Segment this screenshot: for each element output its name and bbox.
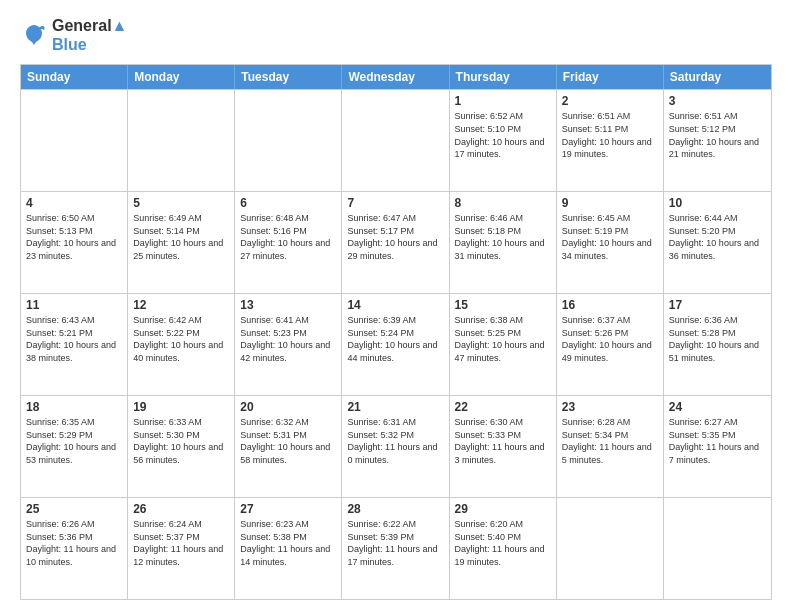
- cell-day-number: 3: [669, 94, 766, 108]
- calendar-cell: 18Sunrise: 6:35 AM Sunset: 5:29 PM Dayli…: [21, 396, 128, 497]
- cell-daylight-info: Sunrise: 6:20 AM Sunset: 5:40 PM Dayligh…: [455, 518, 551, 568]
- cell-day-number: 7: [347, 196, 443, 210]
- calendar-week-0: 1Sunrise: 6:52 AM Sunset: 5:10 PM Daylig…: [21, 89, 771, 191]
- cell-day-number: 1: [455, 94, 551, 108]
- cell-day-number: 6: [240, 196, 336, 210]
- cell-day-number: 16: [562, 298, 658, 312]
- cell-daylight-info: Sunrise: 6:27 AM Sunset: 5:35 PM Dayligh…: [669, 416, 766, 466]
- cell-daylight-info: Sunrise: 6:48 AM Sunset: 5:16 PM Dayligh…: [240, 212, 336, 262]
- calendar-cell: 22Sunrise: 6:30 AM Sunset: 5:33 PM Dayli…: [450, 396, 557, 497]
- header-cell-friday: Friday: [557, 65, 664, 89]
- calendar-cell: 29Sunrise: 6:20 AM Sunset: 5:40 PM Dayli…: [450, 498, 557, 599]
- calendar-cell: 19Sunrise: 6:33 AM Sunset: 5:30 PM Dayli…: [128, 396, 235, 497]
- cell-daylight-info: Sunrise: 6:33 AM Sunset: 5:30 PM Dayligh…: [133, 416, 229, 466]
- calendar-cell: 4Sunrise: 6:50 AM Sunset: 5:13 PM Daylig…: [21, 192, 128, 293]
- calendar-cell: [235, 90, 342, 191]
- header-cell-monday: Monday: [128, 65, 235, 89]
- cell-daylight-info: Sunrise: 6:35 AM Sunset: 5:29 PM Dayligh…: [26, 416, 122, 466]
- cell-day-number: 2: [562, 94, 658, 108]
- cell-daylight-info: Sunrise: 6:39 AM Sunset: 5:24 PM Dayligh…: [347, 314, 443, 364]
- cell-daylight-info: Sunrise: 6:51 AM Sunset: 5:11 PM Dayligh…: [562, 110, 658, 160]
- cell-day-number: 24: [669, 400, 766, 414]
- logo-icon: [20, 21, 48, 49]
- calendar-cell: 11Sunrise: 6:43 AM Sunset: 5:21 PM Dayli…: [21, 294, 128, 395]
- calendar-cell: 17Sunrise: 6:36 AM Sunset: 5:28 PM Dayli…: [664, 294, 771, 395]
- logo: General▲ Blue: [20, 16, 127, 54]
- cell-daylight-info: Sunrise: 6:51 AM Sunset: 5:12 PM Dayligh…: [669, 110, 766, 160]
- calendar-cell: 23Sunrise: 6:28 AM Sunset: 5:34 PM Dayli…: [557, 396, 664, 497]
- cell-daylight-info: Sunrise: 6:50 AM Sunset: 5:13 PM Dayligh…: [26, 212, 122, 262]
- calendar-cell: 24Sunrise: 6:27 AM Sunset: 5:35 PM Dayli…: [664, 396, 771, 497]
- cell-day-number: 11: [26, 298, 122, 312]
- cell-day-number: 17: [669, 298, 766, 312]
- calendar-cell: 13Sunrise: 6:41 AM Sunset: 5:23 PM Dayli…: [235, 294, 342, 395]
- calendar-week-1: 4Sunrise: 6:50 AM Sunset: 5:13 PM Daylig…: [21, 191, 771, 293]
- calendar-cell: 16Sunrise: 6:37 AM Sunset: 5:26 PM Dayli…: [557, 294, 664, 395]
- calendar-cell: 28Sunrise: 6:22 AM Sunset: 5:39 PM Dayli…: [342, 498, 449, 599]
- header: General▲ Blue: [20, 16, 772, 54]
- calendar-cell: 5Sunrise: 6:49 AM Sunset: 5:14 PM Daylig…: [128, 192, 235, 293]
- cell-day-number: 10: [669, 196, 766, 210]
- cell-daylight-info: Sunrise: 6:46 AM Sunset: 5:18 PM Dayligh…: [455, 212, 551, 262]
- cell-daylight-info: Sunrise: 6:32 AM Sunset: 5:31 PM Dayligh…: [240, 416, 336, 466]
- cell-day-number: 23: [562, 400, 658, 414]
- calendar-cell: [664, 498, 771, 599]
- cell-day-number: 26: [133, 502, 229, 516]
- cell-daylight-info: Sunrise: 6:38 AM Sunset: 5:25 PM Dayligh…: [455, 314, 551, 364]
- cell-daylight-info: Sunrise: 6:45 AM Sunset: 5:19 PM Dayligh…: [562, 212, 658, 262]
- calendar: SundayMondayTuesdayWednesdayThursdayFrid…: [20, 64, 772, 600]
- calendar-cell: 9Sunrise: 6:45 AM Sunset: 5:19 PM Daylig…: [557, 192, 664, 293]
- calendar-cell: 3Sunrise: 6:51 AM Sunset: 5:12 PM Daylig…: [664, 90, 771, 191]
- calendar-cell: 12Sunrise: 6:42 AM Sunset: 5:22 PM Dayli…: [128, 294, 235, 395]
- calendar-cell: 2Sunrise: 6:51 AM Sunset: 5:11 PM Daylig…: [557, 90, 664, 191]
- cell-daylight-info: Sunrise: 6:44 AM Sunset: 5:20 PM Dayligh…: [669, 212, 766, 262]
- cell-day-number: 5: [133, 196, 229, 210]
- cell-daylight-info: Sunrise: 6:36 AM Sunset: 5:28 PM Dayligh…: [669, 314, 766, 364]
- cell-daylight-info: Sunrise: 6:37 AM Sunset: 5:26 PM Dayligh…: [562, 314, 658, 364]
- calendar-cell: 26Sunrise: 6:24 AM Sunset: 5:37 PM Dayli…: [128, 498, 235, 599]
- calendar-body: 1Sunrise: 6:52 AM Sunset: 5:10 PM Daylig…: [21, 89, 771, 599]
- cell-day-number: 8: [455, 196, 551, 210]
- cell-day-number: 27: [240, 502, 336, 516]
- cell-daylight-info: Sunrise: 6:23 AM Sunset: 5:38 PM Dayligh…: [240, 518, 336, 568]
- calendar-week-2: 11Sunrise: 6:43 AM Sunset: 5:21 PM Dayli…: [21, 293, 771, 395]
- cell-daylight-info: Sunrise: 6:31 AM Sunset: 5:32 PM Dayligh…: [347, 416, 443, 466]
- header-cell-saturday: Saturday: [664, 65, 771, 89]
- cell-daylight-info: Sunrise: 6:26 AM Sunset: 5:36 PM Dayligh…: [26, 518, 122, 568]
- calendar-cell: 25Sunrise: 6:26 AM Sunset: 5:36 PM Dayli…: [21, 498, 128, 599]
- calendar-cell: 8Sunrise: 6:46 AM Sunset: 5:18 PM Daylig…: [450, 192, 557, 293]
- calendar-week-4: 25Sunrise: 6:26 AM Sunset: 5:36 PM Dayli…: [21, 497, 771, 599]
- calendar-cell: 1Sunrise: 6:52 AM Sunset: 5:10 PM Daylig…: [450, 90, 557, 191]
- header-cell-thursday: Thursday: [450, 65, 557, 89]
- cell-day-number: 21: [347, 400, 443, 414]
- cell-day-number: 25: [26, 502, 122, 516]
- calendar-cell: [21, 90, 128, 191]
- calendar-cell: 10Sunrise: 6:44 AM Sunset: 5:20 PM Dayli…: [664, 192, 771, 293]
- cell-daylight-info: Sunrise: 6:42 AM Sunset: 5:22 PM Dayligh…: [133, 314, 229, 364]
- cell-daylight-info: Sunrise: 6:30 AM Sunset: 5:33 PM Dayligh…: [455, 416, 551, 466]
- cell-daylight-info: Sunrise: 6:24 AM Sunset: 5:37 PM Dayligh…: [133, 518, 229, 568]
- logo-text: General▲ Blue: [52, 16, 127, 54]
- cell-day-number: 19: [133, 400, 229, 414]
- calendar-cell: 20Sunrise: 6:32 AM Sunset: 5:31 PM Dayli…: [235, 396, 342, 497]
- cell-daylight-info: Sunrise: 6:49 AM Sunset: 5:14 PM Dayligh…: [133, 212, 229, 262]
- calendar-header: SundayMondayTuesdayWednesdayThursdayFrid…: [21, 65, 771, 89]
- calendar-cell: [342, 90, 449, 191]
- cell-daylight-info: Sunrise: 6:47 AM Sunset: 5:17 PM Dayligh…: [347, 212, 443, 262]
- calendar-cell: 14Sunrise: 6:39 AM Sunset: 5:24 PM Dayli…: [342, 294, 449, 395]
- cell-day-number: 20: [240, 400, 336, 414]
- header-cell-sunday: Sunday: [21, 65, 128, 89]
- cell-day-number: 12: [133, 298, 229, 312]
- cell-day-number: 13: [240, 298, 336, 312]
- cell-daylight-info: Sunrise: 6:52 AM Sunset: 5:10 PM Dayligh…: [455, 110, 551, 160]
- cell-daylight-info: Sunrise: 6:43 AM Sunset: 5:21 PM Dayligh…: [26, 314, 122, 364]
- calendar-cell: 6Sunrise: 6:48 AM Sunset: 5:16 PM Daylig…: [235, 192, 342, 293]
- cell-day-number: 15: [455, 298, 551, 312]
- calendar-cell: 7Sunrise: 6:47 AM Sunset: 5:17 PM Daylig…: [342, 192, 449, 293]
- cell-day-number: 22: [455, 400, 551, 414]
- calendar-cell: [128, 90, 235, 191]
- cell-day-number: 9: [562, 196, 658, 210]
- header-cell-wednesday: Wednesday: [342, 65, 449, 89]
- cell-daylight-info: Sunrise: 6:28 AM Sunset: 5:34 PM Dayligh…: [562, 416, 658, 466]
- header-cell-tuesday: Tuesday: [235, 65, 342, 89]
